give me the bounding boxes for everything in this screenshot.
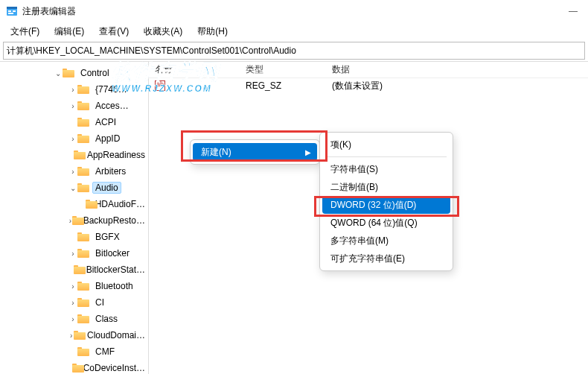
tree-node[interactable]: ›CloudDomai… <box>0 327 148 343</box>
menu-item-dword32[interactable]: DWORD (32 位)值(D) <box>322 196 450 214</box>
chevron-down-icon[interactable]: ⌄ <box>68 184 77 192</box>
tree-node-control[interactable]: ⌄ Control <box>0 65 148 81</box>
tree-label: BitlockerStat… <box>83 264 148 276</box>
tree-node[interactable]: ›BGFX <box>0 229 148 245</box>
menu-label: 多字符串值(M) <box>330 235 389 247</box>
tree-label: BackupResto… <box>80 215 148 226</box>
folder-icon <box>77 347 89 356</box>
tree-node[interactable]: ›CoDeviceInst… <box>0 360 148 374</box>
tree-label: Bluetooth <box>92 280 136 292</box>
tree-node[interactable]: ›ACPI <box>0 114 148 130</box>
tree-label: {7746… <box>92 83 130 95</box>
context-submenu: 项(K) 字符串值(S) 二进制值(B) DWORD (32 位)值(D) QW… <box>319 132 453 271</box>
folder-icon <box>74 331 81 340</box>
tree-label: Audio <box>92 182 121 194</box>
tree-label: Class <box>92 313 121 325</box>
tree-pane: ⌄ Control ›{7746… ›Acces… ›ACPI ›AppID ›… <box>0 62 149 374</box>
menu-favorites[interactable]: 收藏夹(A) <box>138 24 188 39</box>
tree-node[interactable]: ›Arbiters <box>0 163 148 180</box>
address-bar[interactable]: 计算机\HKEY_LOCAL_MACHINE\SYSTEM\ControlSet… <box>3 42 585 60</box>
window-title: 注册表编辑器 <box>22 5 564 18</box>
menu-item-key[interactable]: 项(K) <box>320 136 453 153</box>
col-type[interactable]: 类型 <box>240 62 326 77</box>
col-name[interactable]: 名称 <box>149 62 240 77</box>
tree-node[interactable]: ›BackupResto… <box>0 212 148 229</box>
tree-node[interactable]: ›Acces… <box>0 98 148 114</box>
folder-icon <box>72 216 77 225</box>
folder-icon <box>77 101 89 110</box>
tree-label: AppID <box>92 133 123 145</box>
title-bar: 注册表编辑器 — <box>0 0 588 22</box>
folder-icon <box>72 364 77 373</box>
menu-item-binary[interactable]: 二进制值(B) <box>320 178 453 196</box>
minimize-button[interactable]: — <box>564 6 582 16</box>
chevron-right-icon[interactable]: › <box>68 332 74 340</box>
chevron-right-icon[interactable]: › <box>68 102 77 110</box>
tree-label: ACPI <box>92 116 119 128</box>
tree-node[interactable]: ›Bluetooth <box>0 278 148 294</box>
folder-icon <box>77 183 89 192</box>
menu-label: 可扩充字符串值(E) <box>330 253 405 265</box>
menu-separator <box>326 156 447 157</box>
tree-label: Arbiters <box>92 165 129 177</box>
menu-item-expandstring[interactable]: 可扩充字符串值(E) <box>320 250 453 267</box>
menu-item-string[interactable]: 字符串值(S) <box>320 160 453 178</box>
svg-rect-1 <box>7 7 17 9</box>
svg-rect-3 <box>8 13 13 14</box>
folder-icon <box>77 118 89 127</box>
tree-node[interactable]: ›HDAudioF… <box>0 196 148 212</box>
chevron-right-icon[interactable]: › <box>68 168 77 176</box>
chevron-right-icon[interactable]: › <box>68 315 77 323</box>
folder-icon <box>77 167 89 176</box>
regedit-icon <box>6 5 18 17</box>
chevron-right-icon[interactable]: › <box>68 299 77 307</box>
chevron-right-icon[interactable]: › <box>68 135 77 143</box>
value-type-cell: REG_SZ <box>240 80 326 91</box>
main-split: ⌄ Control ›{7746… ›Acces… ›ACPI ›AppID ›… <box>0 61 588 374</box>
folder-icon <box>77 314 89 323</box>
menu-edit[interactable]: 编辑(E) <box>48 24 90 39</box>
menu-label: 二进制值(B) <box>330 181 378 194</box>
tree-node[interactable]: ›Class <box>0 311 148 327</box>
tree-node[interactable]: ›AppID <box>0 130 148 147</box>
tree-node-audio[interactable]: ⌄Audio <box>0 180 148 196</box>
menu-label: QWORD (64 位)值(Q) <box>330 217 418 229</box>
menu-item-new[interactable]: 新建(N) ▶ <box>193 143 317 161</box>
value-data-cell: (数值未设置) <box>326 80 588 92</box>
menu-help[interactable]: 帮助(H) <box>191 24 234 39</box>
tree-node[interactable]: ›BitlockerStat… <box>0 262 148 278</box>
list-pane: 名称 类型 数据 REG_SZ (数值未设置) 新建(N) ▶ 项(K) 字符串… <box>149 62 588 374</box>
tree-node[interactable]: ›CI <box>0 294 148 311</box>
tree-label: HDAudioF… <box>92 198 148 210</box>
folder-icon <box>77 134 89 143</box>
context-menu: 新建(N) ▶ <box>190 139 320 165</box>
chevron-down-icon[interactable]: ⌄ <box>54 69 63 77</box>
menu-label: 字符串值(S) <box>330 163 378 176</box>
folder-icon <box>74 150 81 159</box>
menu-file[interactable]: 文件(F) <box>4 24 45 39</box>
tree-node[interactable]: ›AppReadiness <box>0 147 148 163</box>
col-data[interactable]: 数据 <box>326 62 588 77</box>
chevron-right-icon[interactable]: › <box>68 282 77 291</box>
tree-label: Acces… <box>92 100 132 112</box>
tree-label: BGFX <box>92 231 123 243</box>
table-row[interactable]: REG_SZ (数值未设置) <box>149 78 588 93</box>
menu-view[interactable]: 查看(V) <box>93 24 135 39</box>
svg-rect-2 <box>8 10 11 12</box>
folder-icon <box>86 200 89 209</box>
menu-label: DWORD (32 位)值(D) <box>330 199 416 212</box>
folder-icon <box>77 85 89 94</box>
svg-rect-4 <box>13 10 16 12</box>
tree-label: CoDeviceInst… <box>80 362 148 374</box>
menu-item-qword64[interactable]: QWORD (64 位)值(Q) <box>320 214 453 232</box>
chevron-right-icon[interactable]: › <box>68 86 77 94</box>
menu-item-multistring[interactable]: 多字符串值(M) <box>320 232 453 250</box>
tree-node[interactable]: ›{7746… <box>0 81 148 98</box>
string-value-icon <box>155 80 165 91</box>
tree-node[interactable]: ›Bitlocker <box>0 245 148 262</box>
chevron-right-icon[interactable]: › <box>68 250 77 258</box>
tree-label: CloudDomai… <box>84 329 148 341</box>
folder-icon <box>77 249 89 258</box>
tree-node[interactable]: ›CMF <box>0 343 148 360</box>
tree-label: CI <box>92 297 107 308</box>
